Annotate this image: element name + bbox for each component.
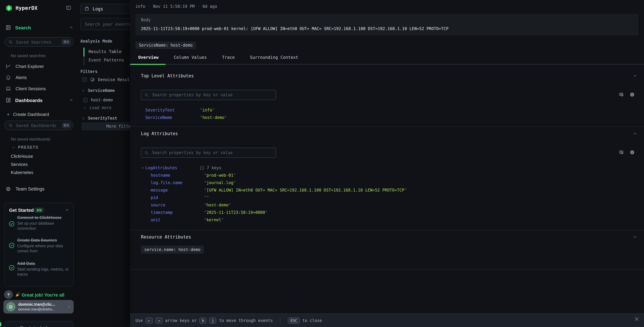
footer-text: to move through events [219, 318, 273, 323]
footer-text: to close [302, 318, 322, 323]
get-started-item[interactable]: Add Data Start sending logs, metrics, or… [17, 261, 69, 277]
load-more-link[interactable]: Load more [83, 106, 112, 110]
tab-overview[interactable]: Overview [138, 55, 158, 60]
attribute-key[interactable]: pid [151, 195, 204, 200]
tab-surrounding-context[interactable]: Surrounding Context [250, 55, 298, 60]
tab-column-values[interactable]: Column Values [174, 55, 207, 60]
mode-results-table[interactable]: Results Table [88, 49, 122, 54]
attribute-key[interactable]: source [151, 203, 204, 208]
attribute-row[interactable]: ServiceName host-demo [145, 115, 227, 120]
sidebar-item-client-sessions[interactable]: Client Sessions [6, 86, 46, 92]
resource-chip[interactable]: service.name: host-demo [141, 246, 204, 254]
sidebar-section-dashboards[interactable]: Dashboards [6, 97, 42, 103]
chevron-up-icon[interactable] [65, 208, 69, 212]
attribute-value[interactable]: host-demo [200, 115, 227, 120]
attribute-value[interactable]: journal.log [204, 180, 236, 185]
log-attrs-search-input[interactable] [141, 148, 276, 158]
log-attributes-tree-root[interactable]: ▾ LogAttributes {} 7 keys [142, 166, 221, 170]
attribute-value[interactable] [204, 195, 209, 200]
brand[interactable]: HyperDX [6, 4, 38, 12]
saved-dashboards-field[interactable] [15, 122, 62, 128]
get-started-item[interactable]: Connect to ClickHouse Set up your databa… [17, 215, 69, 231]
event-search-field[interactable] [84, 21, 134, 27]
no-saved-searches-note: No saved searches [11, 53, 46, 58]
gear-icon[interactable] [630, 92, 635, 97]
wrap-lines-icon[interactable] [618, 92, 624, 97]
checkbox[interactable] [82, 77, 87, 82]
chevron-up-icon[interactable] [633, 132, 637, 136]
attribute-key[interactable]: unit [151, 218, 204, 222]
chevron-up-icon[interactable] [633, 74, 637, 78]
create-dashboard-button[interactable]: + Create Dashboard [7, 112, 49, 117]
preset-kubernetes[interactable]: Kubernetes [11, 170, 33, 175]
severity-level: info [136, 4, 145, 9]
deploy-note-card[interactable]: Ready to deploy on [4, 321, 74, 327]
top-level-search-field[interactable] [151, 92, 273, 98]
mode-event-patterns[interactable]: Event Patterns [88, 58, 124, 62]
arrow-left-key: ← [146, 317, 152, 324]
service-tag-chip[interactable]: ServiceName: host-demo [136, 42, 196, 49]
checkbox[interactable] [83, 98, 88, 102]
attribute-key[interactable]: timestamp [151, 210, 204, 215]
chevron-up-icon[interactable] [69, 98, 73, 102]
saved-searches-input[interactable]: ⌘K [4, 37, 73, 46]
tree-caret-icon[interactable]: ▾ [142, 166, 144, 170]
body-card: Body 2025-11-11T23:58:19+0000 prod-web-0… [136, 14, 638, 36]
attribute-key[interactable]: log.file.name [151, 180, 204, 185]
presets-toggle[interactable]: PRESETS [12, 145, 38, 149]
user-menu[interactable]: D dominic.tran@clic... dominic.tran@clic… [4, 300, 74, 314]
attribute-row[interactable]: hostname prod-web-01 [151, 173, 236, 178]
chevron-up-icon[interactable] [69, 25, 73, 30]
attribute-row[interactable]: source host-demo [151, 203, 231, 208]
attribute-value[interactable]: 2025-11-11T23:58:19+0000 [204, 210, 268, 215]
attribute-row[interactable]: message [UFW ALLOW] IN=eth0 OUT= MAC= SR… [151, 188, 407, 192]
saved-searches-field[interactable] [15, 39, 62, 45]
tab-trace[interactable]: Trace [222, 55, 235, 60]
help-label: ? [7, 292, 10, 297]
attribute-value[interactable]: [UFW ALLOW] IN=eth0 OUT= MAC= SRC=192.16… [204, 188, 407, 192]
attribute-key[interactable]: hostname [151, 173, 204, 178]
saved-dashboards-input[interactable]: ⌘K [4, 120, 73, 130]
close-icon[interactable] [634, 316, 639, 322]
filters-label: Filters [80, 69, 98, 74]
attribute-row[interactable]: pid [151, 195, 209, 200]
tree-root-name[interactable]: LogAttributes [146, 166, 200, 170]
sidebar-item-alerts[interactable]: Alerts [6, 75, 27, 80]
attribute-row[interactable]: log.file.name journal.log [151, 180, 236, 185]
task-desc: Configure where your data comes from [17, 244, 69, 254]
source-select[interactable]: Logs [80, 4, 134, 14]
help-button[interactable]: ? [4, 290, 13, 299]
denoise-filter-row[interactable]: Denoise Results [82, 77, 135, 82]
gear-icon[interactable] [630, 150, 635, 155]
chevron-up-icon[interactable] [633, 235, 637, 239]
event-age: 6d ago [202, 4, 217, 9]
get-started-progress-badge: 3/3 [34, 208, 44, 213]
attribute-value[interactable]: host-demo [204, 203, 231, 208]
attribute-row[interactable]: unit kernel [151, 218, 224, 222]
attribute-value[interactable]: info [200, 108, 215, 112]
sidebar-collapse-icon[interactable] [66, 5, 72, 10]
preset-services[interactable]: Services [11, 162, 28, 167]
attribute-value[interactable]: kernel [204, 218, 224, 222]
sidebar-item-team-settings[interactable]: Team Settings [6, 186, 44, 192]
attribute-row[interactable]: SeverityText info [145, 108, 215, 112]
event-detail-panel: info · Nov 11 5:58:19 PM · 6d ago Body 2… [130, 0, 644, 327]
attribute-row[interactable]: timestamp 2025-11-11T23:58:19+0000 [151, 210, 268, 215]
attribute-value[interactable]: prod-web-01 [204, 173, 236, 178]
attribute-key[interactable]: SeverityText [145, 108, 200, 112]
event-search-input[interactable] [80, 18, 138, 30]
get-started-item[interactable]: Create Data Sources Configure where your… [17, 238, 69, 253]
event-header: info · Nov 11 5:58:19 PM · 6d ago [136, 4, 217, 9]
sidebar-section-search[interactable]: Search [6, 25, 31, 30]
facet-value-host-demo[interactable]: host-demo [83, 98, 113, 102]
sidebar-item-chart-explorer[interactable]: Chart Explorer [6, 64, 44, 69]
log-attrs-search-field[interactable] [151, 150, 273, 156]
top-level-search-input[interactable] [141, 90, 276, 100]
attribute-key[interactable]: ServiceName [145, 115, 200, 120]
wrap-lines-icon[interactable] [618, 150, 624, 155]
facet-servicename[interactable]: ServiceName [82, 88, 115, 93]
attribute-key[interactable]: message [151, 188, 204, 192]
footer-text: Use [136, 318, 143, 323]
preset-clickhouse[interactable]: ClickHouse [11, 154, 33, 159]
facet-severitytext[interactable]: SeverityText [82, 116, 117, 120]
